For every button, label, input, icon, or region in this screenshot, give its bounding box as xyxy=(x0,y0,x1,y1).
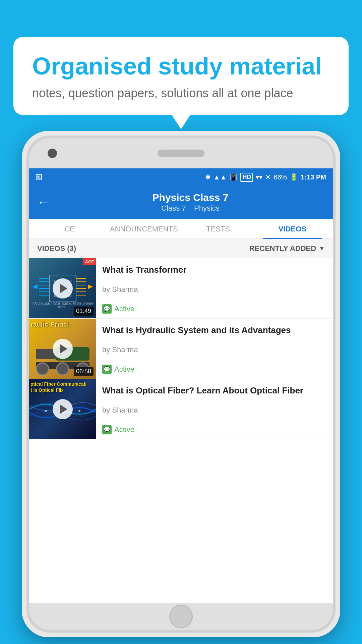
bluetooth-icon: ✱ xyxy=(205,173,211,181)
wifi-icon: ▾▾ xyxy=(256,173,262,181)
tab-tests[interactable]: TESTS xyxy=(181,219,255,238)
status-bar: 🖼 ✱ ▲▲ 📳 HD ▾▾ ✕ 66% 🔋 1:13 PM xyxy=(29,168,333,186)
video-author-3: by Sharma xyxy=(102,406,327,415)
video-item-2[interactable]: raulic Princi xyxy=(29,319,333,379)
home-button-area xyxy=(29,603,333,630)
video-title-1: What is Transformer xyxy=(102,264,327,276)
video-info-1: What is Transformer by Sharma 💬 Active xyxy=(96,258,333,318)
tab-announcements[interactable]: ANNOUNCEMENTS xyxy=(107,219,181,238)
video-author-1: by Sharma xyxy=(102,285,327,294)
video-list: ACE xyxy=(29,258,333,439)
video-item[interactable]: ACE xyxy=(29,258,333,319)
sort-button[interactable]: RECENTLY ADDED ▼ xyxy=(249,244,325,253)
app-bar-subtitle: Class 7 Physics xyxy=(56,204,325,213)
status-left: 🖼 xyxy=(36,173,43,181)
bubble-title: Organised study material xyxy=(32,53,330,79)
video-author-2: by Sharma xyxy=(102,345,327,354)
home-button[interactable] xyxy=(169,605,193,628)
filter-bar: VIDEOS (3) RECENTLY ADDED ▼ xyxy=(29,239,333,258)
chat-icon-3: 💬 xyxy=(102,425,112,434)
chevron-down-icon: ▼ xyxy=(319,245,325,252)
status-label-1: Active xyxy=(114,305,134,313)
phone-top-bar xyxy=(29,138,333,168)
video-thumbnail-1: ACE xyxy=(29,258,96,318)
subtitle-class: Class 7 xyxy=(161,204,186,212)
camera xyxy=(48,149,57,158)
hd-label: HD xyxy=(240,173,253,182)
speaker-slot xyxy=(158,150,204,157)
back-button[interactable]: ← xyxy=(37,195,49,209)
video-title-3: What is Optical Fiber? Learn About Optic… xyxy=(102,385,327,396)
play-triangle xyxy=(60,284,67,293)
video-status-3: 💬 Active xyxy=(102,425,327,434)
thumbnail-overlay-3 xyxy=(29,379,96,439)
sort-label: RECENTLY ADDED xyxy=(249,244,316,253)
play-button-2[interactable] xyxy=(53,339,73,359)
video-status-1: 💬 Active xyxy=(102,304,327,314)
status-label-2: Active xyxy=(114,365,134,374)
video-count: VIDEOS (3) xyxy=(37,244,76,253)
app-bar-titles: Physics Class 7 Class 7 Physics xyxy=(56,192,325,213)
play-button-3[interactable] xyxy=(53,399,73,419)
tab-ce[interactable]: CE xyxy=(33,219,107,238)
video-thumbnail-3: ptical Fiber Communicatit is Optical Fib xyxy=(29,379,96,439)
video-duration-2: 06:58 xyxy=(74,367,94,376)
video-info-3: What is Optical Fiber? Learn About Optic… xyxy=(96,379,333,439)
play-triangle-3 xyxy=(60,405,67,414)
tab-bar: CE ANNOUNCEMENTS TESTS VIDEOS xyxy=(29,219,333,239)
video-info-2: What is Hydraulic System and its Advanta… xyxy=(96,319,333,379)
app-bar: ← Physics Class 7 Class 7 Physics xyxy=(29,186,333,219)
screen: 🖼 ✱ ▲▲ 📳 HD ▾▾ ✕ 66% 🔋 1:13 PM xyxy=(29,168,333,603)
video-status-2: 💬 Active xyxy=(102,365,327,374)
status-label-3: Active xyxy=(114,425,134,434)
status-right: ✱ ▲▲ 📳 HD ▾▾ ✕ 66% 🔋 1:13 PM xyxy=(205,173,326,182)
network-icon: ✕ xyxy=(265,173,271,181)
subtitle-subject: Physics xyxy=(194,204,220,212)
photo-icon: 🖼 xyxy=(36,173,43,181)
tab-videos[interactable]: VIDEOS xyxy=(255,219,330,238)
phone-mockup: 🖼 ✱ ▲▲ 📳 HD ▾▾ ✕ 66% 🔋 1:13 PM xyxy=(22,131,340,637)
video-item-3[interactable]: ptical Fiber Communicatit is Optical Fib xyxy=(29,379,333,439)
battery-icon: 🔋 xyxy=(290,173,298,181)
video-title-2: What is Hydraulic System and its Advanta… xyxy=(102,325,327,336)
video-thumbnail-2: raulic Princi xyxy=(29,319,96,379)
video-duration-1: 01:49 xyxy=(74,307,94,316)
app-bar-main-title: Physics Class 7 xyxy=(56,192,325,203)
battery-pct: 66% xyxy=(274,173,287,181)
time-display: 1:13 PM xyxy=(301,173,326,181)
chat-icon-2: 💬 xyxy=(102,365,112,374)
play-button-1[interactable] xyxy=(53,278,73,299)
bubble-subtitle: notes, question papers, solutions all at… xyxy=(32,86,330,100)
vibrate-icon: 📳 xyxy=(229,173,238,181)
speech-bubble: Organised study material notes, question… xyxy=(13,37,349,115)
signal-icon: ▲▲ xyxy=(214,173,227,181)
chat-icon-1: 💬 xyxy=(102,304,112,314)
play-triangle-2 xyxy=(60,344,67,354)
